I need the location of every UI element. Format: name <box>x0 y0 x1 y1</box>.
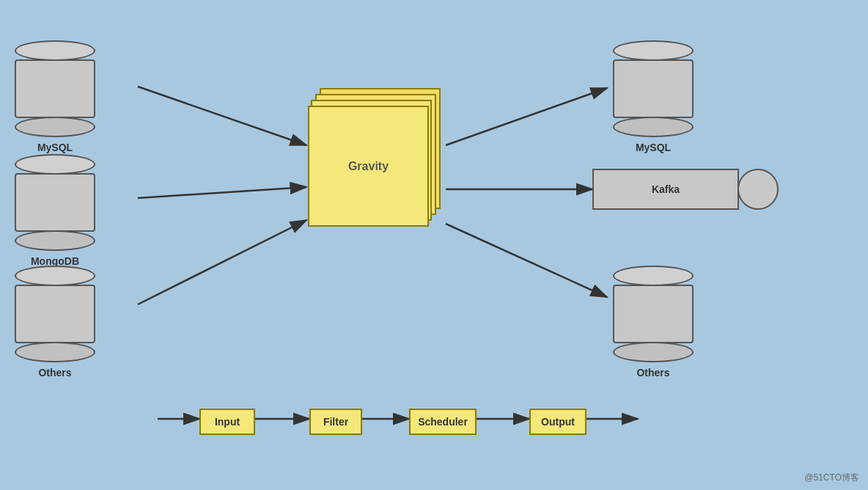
mysql-input-label: MySQL <box>37 142 73 153</box>
mysql-input-db: MySQL <box>15 40 95 153</box>
cylinder-body <box>613 59 694 118</box>
filter-box-label: Filter <box>323 416 348 428</box>
gravity-card-front: Gravity <box>308 106 429 227</box>
cylinder-body <box>15 285 95 343</box>
cylinder-top <box>613 266 694 286</box>
others-input-label: Others <box>38 367 71 379</box>
watermark: @51CTO博客 <box>804 472 859 484</box>
cylinder-body <box>15 59 95 118</box>
gravity-center: Gravity <box>308 88 455 235</box>
svg-line-2 <box>138 187 306 198</box>
mysql-output-label: MySQL <box>636 142 671 153</box>
cylinder-bottom <box>613 342 694 362</box>
diagram-container: MySQL MongoDB Others Gravity <box>0 0 868 490</box>
cylinder-bottom <box>15 230 95 251</box>
mysql-output-db: MySQL <box>613 40 694 153</box>
others-output-db: Others <box>613 266 694 379</box>
cylinder-top <box>15 266 95 286</box>
cylinder-top <box>15 154 95 175</box>
kafka-pill-end <box>738 169 779 210</box>
scheduler-pipeline-box: Scheduler <box>409 409 477 435</box>
output-box-label: Output <box>541 416 575 428</box>
kafka-body: Kafka <box>592 169 739 210</box>
cylinder-bottom <box>15 342 95 362</box>
svg-line-6 <box>446 224 607 297</box>
kafka-label: Kafka <box>652 183 680 195</box>
kafka-pill-shape: Kafka <box>592 169 779 210</box>
cylinder-bottom <box>613 117 694 137</box>
scheduler-box-label: Scheduler <box>418 416 468 428</box>
gravity-label: Gravity <box>348 160 389 173</box>
cylinder-body <box>15 173 95 232</box>
svg-line-1 <box>138 87 306 145</box>
cylinder-bottom <box>15 117 95 137</box>
output-pipeline-box: Output <box>529 409 586 435</box>
svg-line-3 <box>138 220 306 304</box>
cylinder-body <box>613 285 694 343</box>
cylinder-top <box>613 40 694 61</box>
input-pipeline-box: Input <box>199 409 255 435</box>
others-output-label: Others <box>636 367 669 379</box>
mongodb-input-db: MongoDB <box>15 154 95 267</box>
kafka-output: Kafka <box>592 169 779 210</box>
filter-pipeline-box: Filter <box>309 409 362 435</box>
others-input-db: Others <box>15 266 95 379</box>
input-box-label: Input <box>215 416 240 428</box>
cylinder-top <box>15 40 95 61</box>
svg-line-4 <box>446 88 607 145</box>
